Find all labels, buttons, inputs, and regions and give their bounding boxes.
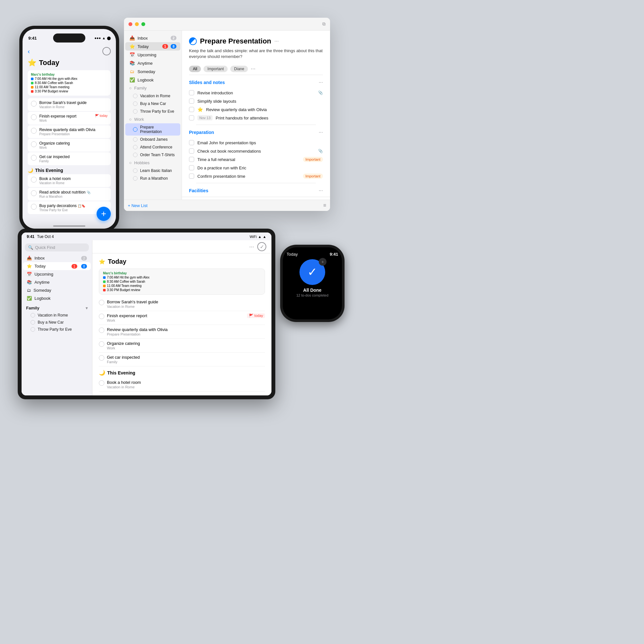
mac-close-button[interactable] <box>128 22 132 26</box>
phone-task-item-1[interactable]: Borrow Sarah's travel guide Vacation in … <box>28 98 111 111</box>
sidebar-item-someday[interactable]: 🗂 Someday <box>125 67 180 76</box>
todo-rehearsal[interactable]: Time a full rehearsal Important <box>189 155 323 164</box>
todo-checkbox-4[interactable] <box>189 115 194 120</box>
ipad-task-1[interactable]: Borrow Sarah's travel guide Vacation in … <box>99 297 265 311</box>
cal-dot-2 <box>31 82 33 84</box>
ipad-sidebar-someday[interactable]: 🗂 Someday <box>23 286 91 294</box>
search-placeholder: Quick Find <box>35 245 55 250</box>
phone-task-item-2[interactable]: Finish expense report Work 🚩 today <box>28 112 111 125</box>
cal-item-1: 7:00 AM Hit the gym with Alex <box>35 77 77 81</box>
evening-checkbox-2[interactable] <box>31 190 37 196</box>
evening-checkbox-3[interactable] <box>31 204 37 210</box>
sidebar-item-today[interactable]: ⭐ Today 1 8 <box>125 42 180 51</box>
ipad-search-bar[interactable]: 🔍 Quick Find <box>25 243 89 251</box>
mac-maximize-button[interactable] <box>141 22 145 26</box>
ipad-task-5[interactable]: Get car inspected Family <box>99 353 265 366</box>
todo-checkbox-3[interactable] <box>189 107 194 112</box>
todo-checkbox-8[interactable] <box>189 165 194 170</box>
todo-revise-intro[interactable]: Revise introduction 📎 <box>189 89 323 97</box>
ipad-checkbox-2[interactable] <box>99 314 104 319</box>
ipad-checkbox-1[interactable] <box>99 300 104 305</box>
mac-minimize-button[interactable] <box>135 22 139 26</box>
ipad-sidebar-inbox[interactable]: 📥 Inbox 2 <box>23 254 91 262</box>
todo-checkbox-6[interactable] <box>189 148 194 154</box>
phone-check-button[interactable] <box>102 47 111 55</box>
watch-add-button[interactable]: + <box>319 258 327 266</box>
todo-print-handouts[interactable]: Nov 13 Print handouts for attendees <box>189 114 323 122</box>
ipad-task-4[interactable]: Organize catering Work <box>99 339 265 353</box>
task-checkbox-3[interactable] <box>31 128 37 134</box>
ipad-family-car[interactable]: Buy a New Car <box>22 319 92 326</box>
ipad-task-2[interactable]: Finish expense report Work 🚩 today <box>99 311 265 325</box>
ipad-sidebar-today[interactable]: ⭐ Today 1 8 <box>23 262 91 270</box>
section-facilities-more[interactable]: ··· <box>319 188 323 194</box>
ipad-checkbox-4[interactable] <box>99 341 104 347</box>
task-checkbox-1[interactable] <box>31 101 37 107</box>
sidebar-work-onboard[interactable]: Onboard James <box>125 136 180 143</box>
ipad-checkbox-3[interactable] <box>99 327 104 333</box>
todo-email-john[interactable]: Email John for presentation tips <box>189 138 323 147</box>
sidebar-family-car[interactable]: Buy a New Car <box>125 100 180 108</box>
phone-task-item-3[interactable]: Review quarterly data with Olivia Prepar… <box>28 125 111 138</box>
ipad-header-more[interactable]: ··· <box>249 243 254 250</box>
ipad-family-vacation[interactable]: Vacation in Rome <box>22 312 92 319</box>
mac-copy-icon[interactable]: ⧉ <box>322 21 326 27</box>
tags-more-button[interactable]: ··· <box>251 65 255 72</box>
sidebar-item-logbook[interactable]: ✅ Logbook <box>125 76 180 84</box>
phone-evening-task-2[interactable]: Read article about nutrition 📎 Run a Mar… <box>28 188 111 201</box>
section-prep-more[interactable]: ··· <box>319 129 323 135</box>
tag-important[interactable]: Important <box>204 66 228 72</box>
sidebar-work-conference[interactable]: Attend Conference <box>125 143 180 151</box>
ipad-header-check[interactable]: ✓ <box>257 242 266 251</box>
phone-fab-button[interactable]: + <box>97 207 111 221</box>
phone-back-button[interactable]: ‹ <box>28 48 30 55</box>
sidebar-hobbies-italian[interactable]: Learn Basic Italian <box>125 167 180 175</box>
sidebar-group-hobbies: ○ Hobbies <box>125 159 180 167</box>
ipad-family-party[interactable]: Throw Party for Eve <box>22 326 92 333</box>
ipad-sidebar-logbook[interactable]: ✅ Logbook <box>23 294 91 302</box>
evening-checkbox-1[interactable] <box>31 177 37 183</box>
todo-checkbox-9[interactable] <box>189 174 194 179</box>
sidebar-item-upcoming[interactable]: 📅 Upcoming <box>125 51 180 59</box>
todo-text-9: Confirm presentation time <box>197 174 300 179</box>
ipad-sidebar-anytime[interactable]: 📚 Anytime <box>23 278 91 286</box>
sidebar-work-presentation[interactable]: Prepare Presentation <box>125 123 180 136</box>
phone-evening-task-1[interactable]: Book a hotel room Vacation in Rome <box>28 174 111 187</box>
task-more-button[interactable]: ··· <box>274 38 279 44</box>
tag-diane[interactable]: Diane <box>230 66 248 72</box>
ipad-task-sub-2: Work <box>107 318 244 322</box>
sidebar-family-party[interactable]: Throw Party for Eve <box>125 108 180 115</box>
sidebar-group-family-label: Family <box>134 86 147 90</box>
task-checkbox-2[interactable] <box>31 114 37 120</box>
todo-book-rec[interactable]: Check out book recommendations 📎 <box>189 147 323 155</box>
todo-checkbox-5[interactable] <box>189 140 194 145</box>
phone-calendar-block: Marc's birthday 7:00 AM Hit the gym with… <box>28 70 111 96</box>
ipad-evening-checkbox-1[interactable] <box>99 380 104 386</box>
ipad-sidebar-upcoming[interactable]: 📅 Upcoming <box>23 270 91 278</box>
phone-task-item-5[interactable]: Get car inspected Family <box>28 152 111 165</box>
todo-review-quarterly[interactable]: ⭐ Review quarterly data with Olivia <box>189 105 323 114</box>
todo-checkbox-2[interactable] <box>189 99 194 104</box>
new-list-button[interactable]: + New List <box>128 203 147 208</box>
sidebar-family-vacation[interactable]: Vacation in Rome <box>125 92 180 100</box>
todo-checkbox-7[interactable] <box>189 157 194 162</box>
task-checkbox-4[interactable] <box>31 141 37 147</box>
ipad-task-3[interactable]: Review quarterly data with Olivia Prepar… <box>99 325 265 339</box>
sidebar-item-anytime[interactable]: 📚 Anytime <box>125 59 180 67</box>
evening-title-2: Read article about nutrition 📎 <box>39 190 108 194</box>
task-checkbox-5[interactable] <box>31 155 37 161</box>
ipad-evening-task-1[interactable]: Book a hotel room Vacation in Rome <box>99 378 265 392</box>
sidebar-hobbies-marathon[interactable]: Run a Marathon <box>125 175 180 182</box>
sidebar-item-inbox[interactable]: 📥 Inbox 2 <box>125 34 180 42</box>
phone-task-item-4[interactable]: Organize catering Work <box>28 139 111 152</box>
sidebar-hobbies-marathon-label: Run a Marathon <box>140 176 168 181</box>
todo-confirm-time[interactable]: Confirm presentation time Important <box>189 172 323 180</box>
tag-all[interactable]: All <box>189 66 201 72</box>
todo-checkbox-1[interactable] <box>189 90 194 95</box>
ipad-checkbox-5[interactable] <box>99 355 104 361</box>
todo-simplify-slides[interactable]: Simplify slide layouts <box>189 97 323 105</box>
sidebar-work-tshirts[interactable]: Order Team T-Shirts <box>125 151 180 159</box>
section-slides-more[interactable]: ··· <box>319 80 323 85</box>
ipad-group-family[interactable]: Family ▾ <box>22 302 92 312</box>
todo-practice-run[interactable]: Do a practice run with Eric <box>189 164 323 172</box>
